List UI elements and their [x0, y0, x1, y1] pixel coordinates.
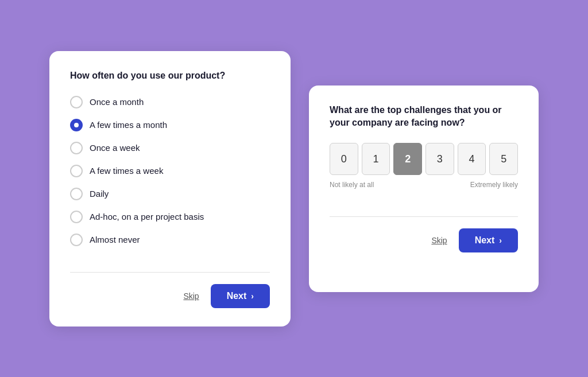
skip-button-left[interactable]: Skip	[183, 292, 199, 301]
scale-btn-0[interactable]: 0	[330, 143, 358, 175]
divider-left	[70, 272, 270, 273]
radio-once-a-week[interactable]	[70, 142, 83, 154]
option-label-once-a-week: Once a week	[90, 143, 140, 153]
option-label-few-times-month: A few times a month	[90, 120, 167, 130]
question-title-right: What are the top challenges that you or …	[330, 104, 518, 130]
scale-btn-5[interactable]: 5	[489, 143, 518, 175]
survey-card-left: How often do you use our product? Once a…	[49, 51, 291, 327]
option-once-a-week[interactable]: Once a week	[70, 142, 270, 154]
option-few-times-month[interactable]: A few times a month	[70, 119, 270, 131]
chevron-right-icon-right: ›	[499, 236, 502, 245]
radio-adhoc[interactable]	[70, 211, 83, 223]
next-label-right: Next	[475, 235, 495, 246]
option-label-once-a-month: Once a month	[90, 97, 144, 107]
footer-right: Skip Next ›	[330, 228, 518, 252]
option-daily[interactable]: Daily	[70, 188, 270, 200]
scale-container: 0 1 2 3 4 5	[330, 143, 518, 175]
scale-label-high: Extremely likely	[470, 181, 518, 189]
option-label-adhoc: Ad-hoc, on a per project basis	[90, 212, 204, 221]
options-list: Once a month A few times a month Once a …	[70, 96, 270, 258]
skip-button-right[interactable]: Skip	[431, 236, 447, 245]
survey-card-right: What are the top challenges that you or …	[309, 85, 539, 292]
option-adhoc[interactable]: Ad-hoc, on a per project basis	[70, 211, 270, 223]
scale-btn-4[interactable]: 4	[458, 143, 486, 175]
next-label-left: Next	[227, 291, 247, 301]
question-title-left: How often do you use our product?	[70, 69, 270, 82]
option-label-daily: Daily	[90, 189, 109, 199]
option-few-times-week[interactable]: A few times a week	[70, 165, 270, 177]
scale-btn-3[interactable]: 3	[425, 143, 454, 175]
chevron-right-icon-left: ›	[251, 292, 254, 301]
option-once-a-month[interactable]: Once a month	[70, 96, 270, 108]
footer-left: Skip Next ›	[70, 284, 270, 308]
scale-btn-1[interactable]: 1	[362, 143, 390, 175]
option-label-almost-never: Almost never	[90, 235, 140, 244]
scale-btn-2[interactable]: 2	[393, 143, 422, 175]
option-label-few-times-week: A few times a week	[90, 166, 163, 176]
radio-almost-never[interactable]	[70, 234, 83, 246]
option-almost-never[interactable]: Almost never	[70, 234, 270, 246]
radio-inner-few-times-month	[74, 123, 79, 127]
next-button-right[interactable]: Next ›	[459, 228, 518, 252]
divider-right	[330, 216, 518, 217]
scale-labels: Not likely at all Extremely likely	[330, 181, 518, 189]
radio-once-a-month[interactable]	[70, 96, 83, 108]
radio-few-times-week[interactable]	[70, 165, 83, 177]
radio-daily[interactable]	[70, 188, 83, 200]
next-button-left[interactable]: Next ›	[211, 284, 270, 308]
scale-label-low: Not likely at all	[330, 181, 374, 189]
radio-few-times-month[interactable]	[70, 119, 83, 131]
